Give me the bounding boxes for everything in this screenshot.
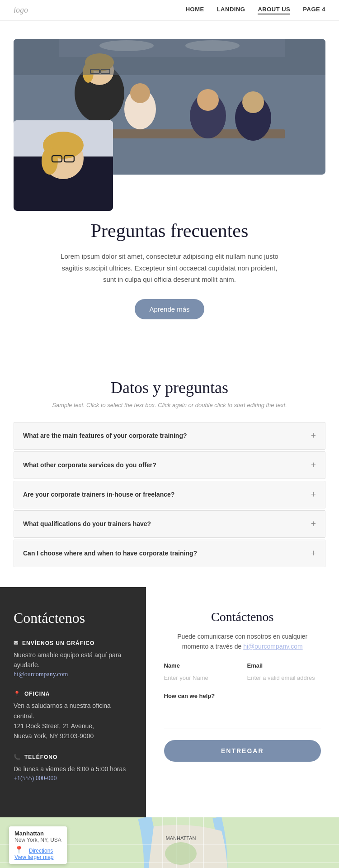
- office-block: 📍 OFICINA Ven a saludarnos a nuestra ofi…: [14, 691, 132, 741]
- email-desc: Nuestro amable equipo está aquí para ayu…: [14, 650, 132, 670]
- form-name-email-row: Name Email: [164, 662, 321, 685]
- contact-section: Contáctenos ✉ ENVÍENOS UN GRÁFICO Nuestr…: [0, 587, 339, 818]
- faq-item-1[interactable]: What are the main features of your corpo…: [14, 422, 325, 450]
- faq-expand-icon-2: +: [311, 460, 316, 470]
- svg-text:MANHATTAN: MANHATTAN: [166, 835, 196, 841]
- faq-subtitle: Sample text. Click to select the text bo…: [14, 402, 325, 408]
- map-popup: Manhattan New York, NY, USA 📍 Directions…: [9, 826, 67, 864]
- map-larger-link[interactable]: View larger map: [14, 854, 53, 860]
- faq-item-2[interactable]: What other corporate services do you off…: [14, 451, 325, 479]
- phone-icon: 📞: [14, 754, 21, 760]
- svg-point-22: [42, 147, 58, 175]
- phone-label: 📞 TELÉFONO: [14, 754, 132, 760]
- hero-description: Lorem ipsum dolor sit amet, consectetur …: [56, 251, 282, 285]
- email-group: Email: [247, 662, 323, 685]
- phone-link[interactable]: +1(555) 000-000: [14, 775, 56, 782]
- svg-point-41: [165, 842, 197, 865]
- learn-more-button[interactable]: Aprende más: [135, 299, 204, 319]
- hero-title: Preguntas frecuentes: [14, 220, 325, 242]
- office-label: 📍 OFICINA: [14, 691, 132, 697]
- name-label: Name: [164, 662, 240, 669]
- faq-expand-icon-5: +: [311, 548, 316, 559]
- faq-section: Datos y preguntas Sample text. Click to …: [0, 346, 339, 587]
- contact-email-link[interactable]: hi@ourcompany.com: [243, 643, 302, 650]
- howhelp-label: How can we help?: [164, 693, 321, 699]
- map-placeholder: New York MANHATTAN QUEENS BROOKLYN Newar…: [0, 817, 339, 868]
- faq-question-5: Can I choose where and when to have corp…: [23, 550, 197, 557]
- hero-section: Preguntas frecuentes Lorem ipsum dolor s…: [0, 21, 339, 346]
- hero-overlay-image: [14, 120, 113, 211]
- faq-list: What are the main features of your corpo…: [14, 422, 325, 567]
- contact-right-panel: Contáctenos Puede comunicarse con nosotr…: [146, 587, 339, 818]
- contact-left-panel: Contáctenos ✉ ENVÍENOS UN GRÁFICO Nuestr…: [0, 587, 146, 818]
- email-input[interactable]: [247, 671, 323, 685]
- logo: logo: [14, 5, 28, 15]
- faq-expand-icon-3: +: [311, 489, 316, 500]
- phone-block: 📞 TELÉFONO De lunes a viernes de 8:00 a …: [14, 754, 132, 782]
- email-label: Email: [247, 662, 323, 669]
- contact-right-desc: Puede comunicarse con nosotros en cualqu…: [164, 631, 321, 652]
- svg-point-12: [130, 83, 150, 103]
- nav-page4[interactable]: PAGE 4: [303, 6, 325, 14]
- faq-expand-icon-1: +: [311, 431, 316, 441]
- map-section: New York MANHATTAN QUEENS BROOKLYN Newar…: [0, 817, 339, 868]
- name-input[interactable]: [164, 671, 240, 685]
- email-block: ✉ ENVÍENOS UN GRÁFICO Nuestro amable equ…: [14, 640, 132, 678]
- svg-rect-17: [14, 39, 325, 75]
- navbar: logo HOME LANDING ABOUT US PAGE 4: [0, 0, 339, 21]
- faq-title: Datos y preguntas: [14, 378, 325, 397]
- faq-item-5[interactable]: Can I choose where and when to have corp…: [14, 540, 325, 567]
- contact-right-title: Contáctenos: [164, 610, 321, 624]
- svg-point-14: [197, 89, 219, 111]
- nav-about[interactable]: ABOUT US: [258, 6, 290, 14]
- svg-point-16: [242, 91, 264, 113]
- map-directions-link[interactable]: Directions: [29, 848, 53, 854]
- map-city: Manhattan: [14, 830, 61, 837]
- name-group: Name: [164, 662, 240, 685]
- faq-question-4: What qualifications do your trainers hav…: [23, 520, 151, 527]
- email-label: ✉ ENVÍENOS UN GRÁFICO: [14, 640, 132, 646]
- submit-button[interactable]: ENTREGAR: [164, 740, 321, 762]
- contact-left-title: Contáctenos: [14, 610, 132, 626]
- nav-landing[interactable]: LANDING: [217, 6, 245, 14]
- faq-item-4[interactable]: What qualifications do your trainers hav…: [14, 510, 325, 538]
- map-state: New York, NY, USA: [14, 837, 61, 843]
- faq-question-2: What other corporate services do you off…: [23, 461, 156, 469]
- email-link[interactable]: hi@ourcompany.com: [14, 671, 68, 678]
- howhelp-textarea[interactable]: [164, 702, 321, 729]
- phone-desc: De lunes a viernes de 8:00 a 5:00 horas: [14, 764, 132, 774]
- faq-question-1: What are the main features of your corpo…: [23, 432, 187, 439]
- office-desc: Ven a saludarnos a nuestra oficina centr…: [14, 701, 132, 741]
- faq-question-3: Are your corporate trainers in-house or …: [23, 491, 174, 498]
- nav-home[interactable]: HOME: [186, 6, 204, 14]
- faq-item-3[interactable]: Are your corporate trainers in-house or …: [14, 481, 325, 508]
- hero-image-container: [14, 39, 325, 175]
- envelope-icon: ✉: [14, 640, 19, 646]
- pin-icon: 📍: [14, 691, 21, 697]
- nav-links: HOME LANDING ABOUT US PAGE 4: [186, 6, 325, 14]
- faq-expand-icon-4: +: [311, 519, 316, 529]
